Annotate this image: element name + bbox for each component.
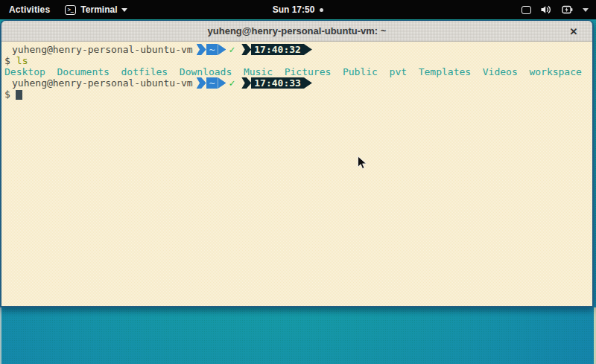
system-menu-chevron-icon — [583, 8, 589, 12]
powerline-arrow-icon — [197, 77, 206, 89]
prompt-symbol: $ — [4, 89, 10, 100]
terminal-app-icon: >_ — [65, 5, 76, 15]
prompt-line-2: yuheng@henry-personal-ubuntu-vm~✓17:40:3… — [4, 77, 592, 89]
terminal-cursor — [16, 90, 22, 100]
prompt-time-segment: 17:40:32 — [251, 44, 304, 55]
screen-icon — [522, 6, 531, 14]
prompt-time-segment: 17:40:33 — [251, 77, 304, 89]
prompt-cwd-segment: ~ — [206, 44, 218, 55]
terminal-window: yuheng@henry-personal-ubuntu-vm: ~ ✕ yuh… — [0, 20, 594, 307]
prompt-user-host: yuheng@henry-personal-ubuntu-vm — [12, 44, 193, 55]
clock-button[interactable]: Sun 17:50 — [273, 4, 324, 15]
app-menu-label: Terminal — [80, 4, 117, 15]
close-icon: ✕ — [570, 26, 578, 37]
command-line: $ls — [4, 55, 592, 66]
powerline-arrow-icon — [218, 44, 226, 55]
app-menu-button[interactable]: >_Terminal — [59, 0, 133, 19]
prompt-line-1: yuheng@henry-personal-ubuntu-vm~✓17:40:3… — [4, 44, 592, 55]
chevron-down-icon — [121, 8, 127, 12]
gnome-top-bar: Activities >_Terminal Sun 17:50 — [0, 0, 596, 19]
window-title: yuheng@henry-personal-ubuntu-vm: ~ — [208, 25, 387, 36]
clock-label: Sun 17:50 — [273, 4, 315, 15]
powerline-arrow-icon — [197, 44, 206, 55]
powerline-arrow-icon — [218, 77, 226, 89]
powerline-arrow-icon — [241, 44, 251, 55]
powerline-arrow-icon — [304, 44, 312, 55]
prompt-symbol: $ — [4, 55, 10, 66]
activities-button[interactable]: Activities — [0, 0, 59, 19]
powerline-arrow-icon — [304, 77, 312, 89]
prompt-status-check-icon: ✓ — [229, 77, 235, 89]
ls-output-line: Desktop Documents dotfiles Downloads Mus… — [4, 66, 592, 77]
screen-edge-artifact — [0, 307, 1, 364]
window-titlebar[interactable]: yuheng@henry-personal-ubuntu-vm: ~ ✕ — [1, 21, 592, 42]
prompt-status-check-icon: ✓ — [229, 44, 235, 55]
input-line: $ — [4, 89, 592, 100]
prompt-cwd-segment: ~ — [206, 77, 218, 89]
volume-icon — [541, 5, 552, 14]
activities-label: Activities — [9, 4, 50, 15]
typed-command: ls — [16, 55, 28, 66]
battery-charging-icon — [562, 5, 573, 14]
notification-dot-icon — [320, 8, 323, 12]
terminal-screen[interactable]: yuheng@henry-personal-ubuntu-vm~✓17:40:3… — [1, 42, 592, 306]
system-status-menu[interactable] — [522, 0, 596, 19]
powerline-arrow-icon — [241, 77, 251, 89]
close-button[interactable]: ✕ — [564, 21, 583, 42]
desktop: Activities >_Terminal Sun 17:50 yuheng@h… — [0, 0, 596, 364]
prompt-user-host: yuheng@henry-personal-ubuntu-vm — [12, 77, 193, 89]
